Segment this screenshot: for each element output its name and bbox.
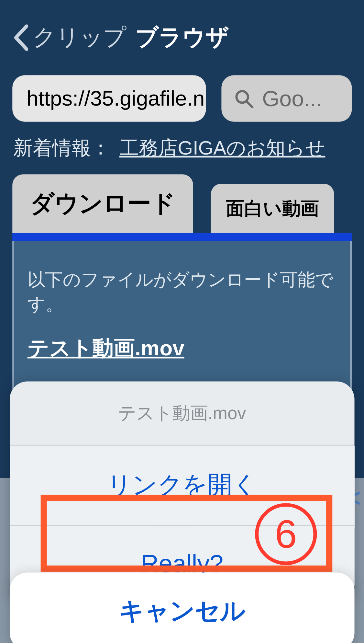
search-icon (234, 88, 254, 109)
search-placeholder: Goo... (262, 86, 322, 111)
url-row: https://35.gigafile.nu/052... Goo... (0, 75, 364, 135)
url-field[interactable]: https://35.gigafile.nu/052... (12, 75, 206, 121)
panel-accent-bar (12, 233, 352, 241)
tab-download[interactable]: ダウンロード (12, 174, 193, 233)
news-link[interactable]: 工務店GIGAのお知らせ (119, 135, 325, 161)
tab-funny-videos[interactable]: 面白い動画 (211, 184, 334, 233)
panel-intro: 以下のファイルがダウンロード可能です。 (28, 268, 337, 316)
svg-line-1 (247, 101, 252, 107)
url-text: https://35.gigafile.nu/052... (27, 86, 206, 110)
action-open-link[interactable]: リンクを開く (10, 446, 354, 526)
news-row: 新着情報： 工務店GIGAのお知らせ (0, 135, 364, 175)
cancel-button[interactable]: キャンセル (10, 573, 354, 643)
back-label: クリップ (33, 22, 127, 53)
news-label: 新着情報： (13, 135, 111, 161)
tabs: ダウンロード 面白い動画 (0, 174, 364, 233)
chevron-left-icon (13, 24, 28, 51)
search-field[interactable]: Goo... (221, 75, 352, 121)
nav-bar: クリップ ブラウザ (0, 0, 364, 75)
page-title: ブラウザ (135, 22, 229, 53)
action-sheet: テスト動画.mov リンクを開く Really? 6 (10, 381, 354, 602)
action-sheet-title: テスト動画.mov (10, 381, 354, 445)
back-button[interactable]: クリップ (13, 22, 127, 53)
file-link[interactable]: テスト動画.mov (28, 334, 184, 362)
